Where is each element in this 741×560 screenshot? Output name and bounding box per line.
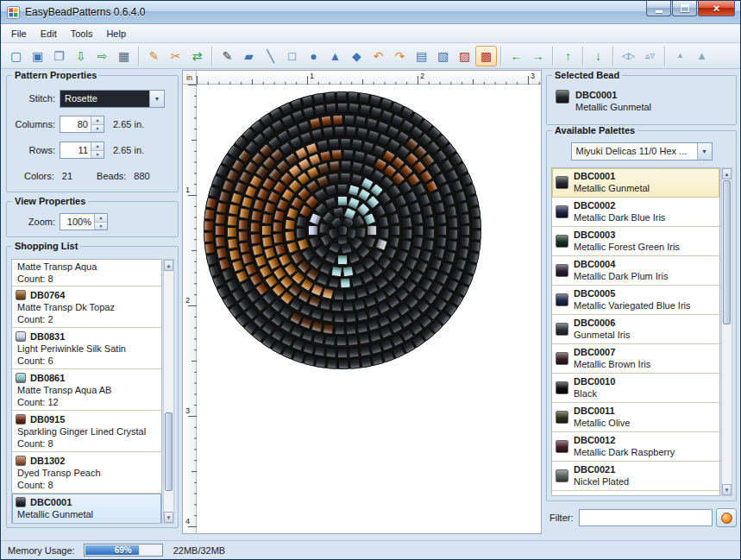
bead-code: DBC0005 (574, 288, 691, 300)
shift-right-button[interactable]: → (527, 46, 549, 66)
insert-row-button[interactable]: ▤ (411, 46, 432, 66)
selection-grid-button[interactable]: ▩ (475, 46, 497, 66)
palette-select[interactable]: Miyuki Delicas 11/0 Hex ... ▼ (571, 142, 713, 160)
rectangle-tool-button[interactable]: □ (281, 46, 303, 66)
shopping-list-item[interactable]: DB1302Dyed Transp PeachCount: 8 (12, 452, 161, 494)
shopping-list-item[interactable]: DB0861Matte Transp Aqua ABCount: 12 (12, 369, 161, 411)
line-tool-button[interactable]: ╲ (260, 46, 281, 66)
palette-list-item[interactable]: DBC0012Metallic Dark Raspberry (552, 432, 719, 462)
stitch-select[interactable]: Rosette ▼ (60, 90, 165, 108)
stitch-label: Stitch: (12, 93, 55, 104)
shopping-list-scrollbar[interactable]: ▲ ▼ (163, 259, 174, 524)
rows-increment-button[interactable]: ▲ (91, 142, 104, 151)
pattern-properties-title: Pattern Properties (12, 70, 99, 80)
palette-list-item[interactable]: DBC0001Metallic Gunmetal (552, 168, 719, 198)
palette-list-item[interactable]: DBC0003Metallic Forest Green Iris (552, 227, 719, 256)
shift-up-button[interactable]: ↑ (557, 46, 579, 66)
maximize-button[interactable] (672, 1, 697, 16)
menu-tools[interactable]: Tools (64, 26, 100, 41)
palette-list-scrollbar[interactable]: ▲ ▼ (721, 167, 732, 496)
rows-decrement-button[interactable]: ▼ (91, 151, 104, 159)
scroll-down-icon[interactable]: ▼ (164, 512, 173, 523)
palette-list-item[interactable]: DBC0007Metallic Brown Iris (552, 344, 719, 374)
filter-label: Filter: (549, 513, 574, 523)
brush-tool-button[interactable]: ✎ (143, 46, 165, 66)
close-button[interactable]: × (698, 1, 735, 16)
shopping-list-item[interactable]: DB0915Sparkling Ginger Lined CrystalCoun… (12, 411, 161, 452)
shopping-list-item[interactable]: DB0764Matte Transp Dk TopazCount: 2 (12, 286, 161, 328)
fill-tool-button[interactable]: ▰ (238, 46, 260, 66)
zoom-decrement-button[interactable]: ▼ (95, 223, 107, 230)
open-pattern-button[interactable]: ▣ (27, 46, 48, 66)
replace-colors-button[interactable]: ⇄ (186, 46, 208, 66)
columns-increment-button[interactable]: ▲ (91, 116, 104, 125)
right-panel: Selected Bead DBC0001 Metallic Gunmetal … (546, 70, 737, 540)
title-bar[interactable]: EasyBeadPatterns 0.6.4.0 × (1, 1, 740, 24)
shopping-list-title: Shopping List (12, 241, 80, 251)
zoom-increment-button[interactable]: ▲ (95, 214, 107, 223)
shopping-list-item[interactable]: DBC0001Metallic GunmetalCount: 745 (12, 494, 161, 524)
menu-file[interactable]: File (4, 26, 34, 41)
bead-swatch (16, 414, 26, 425)
columns-decrement-button[interactable]: ▼ (91, 125, 104, 133)
rotate-right-button[interactable]: ↷ (389, 46, 411, 66)
minimize-button[interactable] (646, 1, 671, 16)
rotate-left-button[interactable]: ↶ (367, 46, 389, 66)
palette-list-item[interactable]: DBC0004Metallic Dark Plum Iris (552, 256, 719, 286)
filter-input[interactable] (579, 509, 713, 526)
zoom-spinner[interactable]: 100% ▲▼ (60, 213, 108, 230)
shopping-list-item[interactable]: DB0831Light Periwinkle Silk SatinCount: … (12, 328, 161, 369)
canvas-area: in 123 1234 (182, 70, 542, 534)
flip-horizontal-button[interactable]: ◁▷ (618, 46, 639, 66)
triangle-tool-button[interactable]: ▲ (324, 46, 346, 66)
minimize-icon (656, 10, 663, 13)
shift-down-button[interactable]: ↓ (587, 46, 609, 66)
palette-list-item[interactable]: DBC0006Gunmetal Iris (552, 315, 719, 344)
scrollbar-thumb[interactable] (165, 412, 173, 492)
zoom-out-button[interactable]: ▲ (669, 46, 691, 66)
palette-list-item[interactable]: DBC0010Black (552, 374, 719, 403)
new-pattern-button[interactable]: ▢ (5, 46, 27, 66)
pencil-tool-button[interactable]: ✎ (217, 46, 238, 66)
bead-code: DBC0002 (574, 200, 665, 212)
glue-tool-button[interactable]: ✂ (165, 46, 186, 66)
diamond-tool-button[interactable]: ◆ (346, 46, 367, 66)
rosette-pattern[interactable] (197, 85, 541, 533)
chevron-down-icon[interactable]: ▼ (149, 91, 164, 107)
scroll-down-icon[interactable]: ▼ (722, 484, 732, 495)
scroll-up-icon[interactable]: ▲ (164, 260, 173, 271)
palette-list-item[interactable]: DBC0021Nickel Plated (552, 462, 719, 491)
import-button[interactable]: ⇩ (70, 46, 91, 66)
bead-code: DB0764 (30, 290, 65, 300)
svg-text:4: 4 (185, 517, 190, 525)
pattern-viewport[interactable] (197, 85, 541, 533)
chevron-down-icon[interactable]: ▼ (697, 143, 712, 160)
palette-list-item[interactable]: DBC0005Metallic Variegated Blue Iris (552, 286, 719, 315)
rows-spinner[interactable]: 11 ▲▼ (60, 142, 104, 159)
ellipse-tool-button[interactable]: ● (303, 46, 324, 66)
export-button[interactable]: ⇨ (91, 46, 113, 66)
print-button[interactable]: ▦ (113, 46, 135, 66)
shopping-list-item[interactable]: Matte Transp AquaCount: 8 (12, 260, 161, 286)
palette-list-item[interactable]: DBC0011Metallic Olive (552, 403, 719, 432)
memory-percent: 69% (85, 544, 162, 556)
copy-button[interactable]: ❐ (48, 46, 70, 66)
scrollbar-thumb[interactable] (723, 180, 731, 324)
zoom-in-icon: ▲ (696, 50, 707, 61)
columns-spinner[interactable]: 80 ▲▼ (60, 116, 104, 133)
scroll-up-icon[interactable]: ▲ (722, 168, 732, 179)
palette-list-item[interactable]: DBC0002Metallic Dark Blue Iris (552, 198, 719, 227)
delete-cells-button[interactable]: ▨ (454, 46, 475, 66)
shift-left-button[interactable]: ← (506, 46, 527, 66)
menu-help[interactable]: Help (99, 26, 133, 41)
menu-edit[interactable]: Edit (34, 26, 64, 41)
toolbar-separator (500, 47, 502, 66)
columns-label: Columns: (12, 119, 55, 129)
flip-vertical-button[interactable]: ▵▿ (639, 46, 661, 66)
toolbar-separator (138, 47, 140, 66)
palette-list-item[interactable]: DBC0023 (552, 491, 719, 496)
insert-column-button[interactable]: ▧ (432, 46, 454, 66)
bead-code: DBC0003 (574, 230, 680, 242)
zoom-in-button[interactable]: ▲ (691, 46, 713, 66)
filter-apply-button[interactable] (716, 508, 737, 527)
